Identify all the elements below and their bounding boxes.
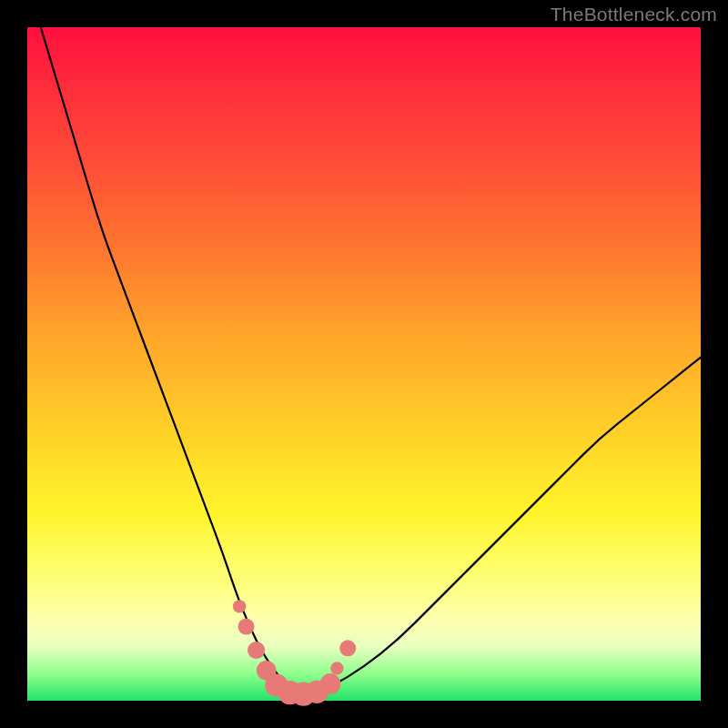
chart-frame: TheBottleneck.com (0, 0, 728, 728)
watermark-text: TheBottleneck.com (551, 4, 717, 25)
marker-dot (248, 642, 265, 659)
marker-dot (339, 640, 356, 656)
highlighted-range-markers (233, 600, 356, 706)
marker-dot (233, 600, 246, 612)
marker-dot (330, 662, 343, 674)
marker-dot (320, 673, 341, 694)
bottleneck-curve-svg (27, 27, 701, 701)
plot-area (27, 27, 701, 701)
marker-dot (238, 619, 255, 635)
bottleneck-curve-line (41, 27, 701, 693)
